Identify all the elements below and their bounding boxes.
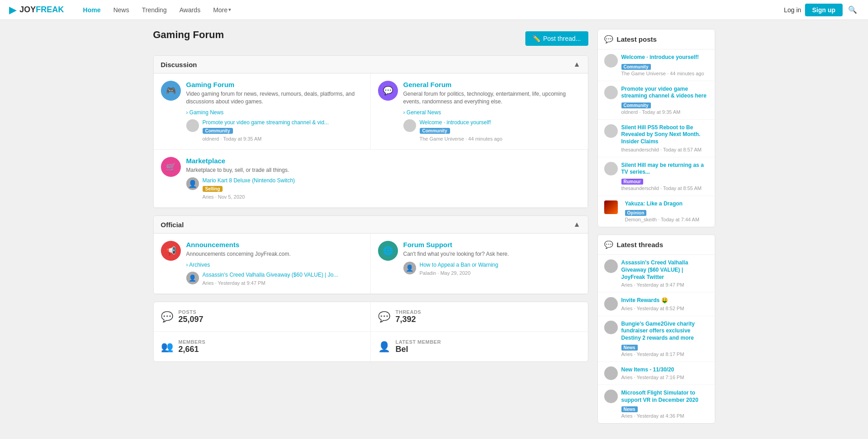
official-section-title: Official <box>161 221 184 229</box>
discussion-section-header[interactable]: Discussion <box>154 56 588 73</box>
posts-label: POSTS <box>179 309 204 315</box>
gaming-last-post-title[interactable]: Promote your video game streaming channe… <box>203 119 363 126</box>
latest-posts-section: 💬 Latest posts Welcome · introduce yours… <box>597 29 715 227</box>
logo-icon: ▶ <box>9 4 17 16</box>
gaming-last-post-meta: oldnerd · Today at 9:35 AM <box>203 136 262 141</box>
official-section-header[interactable]: Official <box>154 216 588 234</box>
marketplace-last-post-title[interactable]: Mario Kart 8 Deluxe (Nintendo Switch) <box>203 177 580 184</box>
stat-members: 👥 MEMBERS 2,661 <box>154 332 371 361</box>
sidebar-post-2-avatar <box>604 86 618 99</box>
logo-text: JOYFREAK <box>19 5 64 15</box>
sidebar-post-4-title[interactable]: Silent Hill may be returning as a TV ser… <box>621 162 708 176</box>
nav-awards[interactable]: Awards <box>174 5 206 15</box>
announcements-last-post: 👤 Assassin's Creed Valhalla Giveaway ($6… <box>186 272 363 286</box>
sidebar-thread-3: Bungie's Game2Give charity fundraiser of… <box>598 316 715 362</box>
post-thread-button[interactable]: ✏️ Post thread... <box>525 31 588 46</box>
sidebar-post-1: Welcome · introduce yourself! Community … <box>598 49 715 81</box>
gaming-last-post-avatar <box>186 119 199 132</box>
sidebar-post-2-meta: oldnerd · Today at 9:35 AM <box>621 109 708 115</box>
sidebar-post-3-title[interactable]: Silent Hill PS5 Reboot to Be Revealed by… <box>621 124 708 146</box>
sidebar-thread-1-meta: Aries · Yesterday at 9:47 PM <box>621 282 708 288</box>
stats-grid: 💬 POSTS 25,097 💬 THREADS 7,392 👥 <box>154 302 588 361</box>
general-last-post: Welcome · introduce yourself! Community … <box>403 119 581 142</box>
marketplace-last-post-badge: Selling <box>203 186 223 192</box>
announcements-forum-link[interactable]: Announcements <box>186 241 363 249</box>
header-right: Log in Sign up 🔍 <box>784 4 859 16</box>
sidebar: 💬 Latest posts Welcome · introduce yours… <box>597 29 715 431</box>
archives-link[interactable]: Archives <box>189 262 210 268</box>
signup-button[interactable]: Sign up <box>805 4 843 16</box>
marketplace-forum-link[interactable]: Marketplace <box>186 157 580 165</box>
general-forum-link[interactable]: General Forum <box>403 81 581 88</box>
sidebar-post-5-badge: Opinion <box>625 210 647 216</box>
support-last-post-title[interactable]: How to Appeal a Ban or Warning <box>420 262 581 268</box>
general-last-post-title[interactable]: Welcome · introduce yourself! <box>420 119 581 126</box>
sidebar-thread-4-title[interactable]: New Items - 11/30/20 <box>621 366 708 374</box>
latest-member-label: LATEST MEMBER <box>396 339 441 345</box>
stat-latest-member: 👤 LATEST MEMBER Bel <box>371 332 588 361</box>
sidebar-thread-4-avatar <box>604 366 618 380</box>
marketplace-last-post: 👤 Mario Kart 8 Deluxe (Nintendo Switch) … <box>186 177 580 200</box>
official-forum-grid: 📢 Announcements Announcements concerning… <box>154 234 588 294</box>
posts-value: 25,097 <box>179 315 204 324</box>
forum-item-general: 💬 General Forum General forum for politi… <box>371 73 588 150</box>
announcements-last-post-title[interactable]: Assassin's Creed Valhalla Giveaway ($60 … <box>203 272 363 278</box>
gaming-last-post-badge: Community <box>203 128 233 134</box>
general-news-link[interactable]: General News <box>407 109 441 116</box>
search-button[interactable]: 🔍 <box>846 4 859 16</box>
nav-news[interactable]: News <box>108 5 135 15</box>
sidebar-post-1-meta: The Game Universe · 44 minutes ago <box>621 71 708 76</box>
sidebar-thread-2-meta: Aries · Yesterday at 8:52 PM <box>621 306 708 311</box>
sidebar-thread-3-meta: Aries · Yesterday at 8:17 PM <box>621 351 708 357</box>
sidebar-thread-2: Invite Rewards 🤑 Aries · Yesterday at 8:… <box>598 293 715 316</box>
general-forum-desc: General forum for politics, technology, … <box>403 90 581 106</box>
discussion-section: Discussion 🎮 Gaming Forum Video gaming f… <box>153 55 588 208</box>
nav-home[interactable]: Home <box>78 5 106 15</box>
general-last-post-badge: Community <box>420 128 450 134</box>
login-button[interactable]: Log in <box>784 6 801 14</box>
sidebar-thread-3-title[interactable]: Bungie's Game2Give charity fundraiser of… <box>621 321 708 342</box>
sidebar-thread-1-title[interactable]: Assassin's Creed Valhalla Giveaway ($60 … <box>621 259 708 281</box>
sidebar-post-5: Yakuza: Like a Dragon Opinion Demon_skei… <box>598 196 715 227</box>
search-icon: 🔍 <box>848 6 857 14</box>
support-last-post-avatar: 👤 <box>403 262 416 274</box>
nav-more[interactable]: More ▾ <box>208 5 237 15</box>
sidebar-thread-3-badge: News <box>621 345 638 351</box>
marketplace-last-post-avatar: 👤 <box>186 177 199 190</box>
gaming-news-link[interactable]: Gaming News <box>189 109 223 116</box>
announcements-forum-desc: Announcements concerning JoyFreak.com. <box>186 250 363 258</box>
page-title: Gaming Forum <box>153 29 224 41</box>
stats-section: 💬 POSTS 25,097 💬 THREADS 7,392 👥 <box>153 302 588 362</box>
latest-threads-section: 💬 Latest threads Assassin's Creed Valhal… <box>597 234 715 424</box>
sidebar-thread-5: Microsoft Flight Simulator to support VR… <box>598 385 715 423</box>
logo[interactable]: ▶ JOYFREAK <box>9 4 64 16</box>
sidebar-thread-2-title[interactable]: Invite Rewards 🤑 <box>621 297 708 304</box>
latest-member-value: Bel <box>396 345 441 354</box>
sidebar-thread-5-avatar <box>604 390 618 403</box>
sidebar-post-1-title[interactable]: Welcome · introduce yourself! <box>621 54 708 61</box>
sidebar-thread-5-title[interactable]: Microsoft Flight Simulator to support VR… <box>621 390 708 404</box>
marketplace-forum-desc: Marketplace to buy, sell, or trade all t… <box>186 166 580 174</box>
general-last-post-meta: The Game Universe · 44 minutes ago <box>420 136 503 141</box>
sidebar-thread-1: Assassin's Creed Valhalla Giveaway ($60 … <box>598 255 715 293</box>
latest-threads-title: Latest threads <box>617 241 664 249</box>
marketplace-forum-icon: 🛒 <box>161 157 181 177</box>
sidebar-post-3: Silent Hill PS5 Reboot to Be Revealed by… <box>598 120 715 157</box>
sidebar-post-3-avatar <box>604 124 618 138</box>
members-icon: 👥 <box>161 341 173 353</box>
gaming-forum-link[interactable]: Gaming Forum <box>186 81 363 88</box>
header: ▶ JOYFREAK Home News Trending Awards Mor… <box>0 0 868 20</box>
sidebar-post-2-title[interactable]: Promote your video game streaming channe… <box>621 86 708 100</box>
official-section: Official 📢 Announcements Announcements c… <box>153 215 588 294</box>
sidebar-thread-5-meta: Aries · Yesterday at 4:36 PM <box>621 413 708 419</box>
sidebar-post-4-avatar <box>604 162 618 176</box>
main-nav: Home News Trending Awards More ▾ <box>78 5 784 15</box>
general-forum-icon: 💬 <box>378 81 398 101</box>
forum-item-support: 🌐 Forum Support Can't find what you're l… <box>371 234 588 294</box>
sidebar-post-5-title[interactable]: Yakuza: Like a Dragon <box>625 200 708 208</box>
support-forum-link[interactable]: Forum Support <box>403 241 581 249</box>
posts-icon: 💬 <box>161 311 173 323</box>
forum-grid: 🎮 Gaming Forum Video gaming forum for ne… <box>154 73 588 208</box>
nav-trending[interactable]: Trending <box>136 5 172 15</box>
edit-icon: ✏️ <box>533 35 540 42</box>
